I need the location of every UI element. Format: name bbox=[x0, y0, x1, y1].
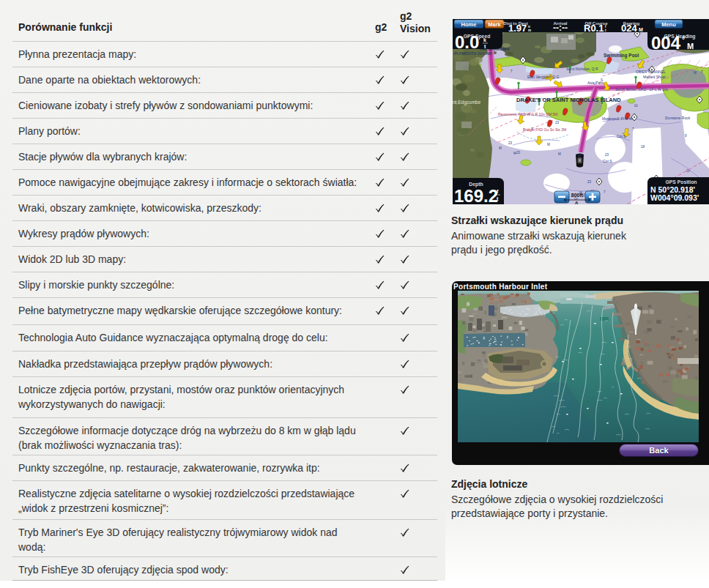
svg-text:m: m bbox=[528, 29, 531, 32]
svg-text:M: M bbox=[513, 152, 516, 155]
svg-text:M: M bbox=[694, 71, 697, 75]
svg-text:Home: Home bbox=[461, 21, 477, 28]
svg-text:Saint Nicholas, Q R: Saint Nicholas, Q R bbox=[566, 67, 598, 71]
svg-text:Gr: Gr bbox=[578, 154, 582, 157]
svg-text:M: M bbox=[558, 152, 561, 156]
svg-text:Metampull, Fl R 4s: Metampull, Fl R 4s bbox=[602, 116, 633, 121]
svg-text:Asia Pass: Asia Pass bbox=[587, 81, 604, 85]
svg-text:1.97: 1.97 bbox=[508, 23, 527, 34]
svg-text:004: 004 bbox=[651, 33, 681, 53]
svg-text:23: 23 bbox=[508, 141, 513, 145]
svg-text:Mark: Mark bbox=[488, 21, 501, 28]
svg-text:°: ° bbox=[682, 36, 685, 44]
svg-text:R0.1: R0.1 bbox=[584, 23, 604, 34]
svg-text:Swimming Pool: Swimming Pool bbox=[604, 53, 639, 59]
svg-text:--:--: --:-- bbox=[553, 23, 568, 33]
svg-text:Gr: Gr bbox=[686, 169, 691, 173]
svg-text:nt Edgcumbe: nt Edgcumbe bbox=[453, 100, 481, 105]
svg-text:Gr: Gr bbox=[634, 104, 639, 108]
svg-text:East Vanguard Q G: East Vanguard Q G bbox=[527, 75, 559, 79]
svg-text:Bridget FXD Gu Sv Sis 3M: Bridget FXD Gu Sv Sis 3M bbox=[523, 127, 566, 132]
svg-text:Dunstone Rock: Dunstone Rock bbox=[665, 116, 691, 120]
svg-text:M: M bbox=[499, 146, 502, 150]
svg-text:23: 23 bbox=[605, 153, 609, 157]
svg-text:23: 23 bbox=[516, 151, 521, 155]
svg-text:Cor.S: Cor.S bbox=[603, 159, 612, 163]
svg-text:k: k bbox=[483, 37, 486, 42]
svg-text:W004°09.093': W004°09.093' bbox=[650, 193, 699, 202]
svg-text:23: 23 bbox=[587, 180, 592, 184]
svg-text:DRAKE'S OR SAINT NICHOLAS ISLA: DRAKE'S OR SAINT NICHOLAS ISLAND bbox=[516, 97, 621, 103]
svg-text:Menu: Menu bbox=[661, 21, 676, 28]
svg-text:GPS Position: GPS Position bbox=[665, 179, 697, 185]
svg-text:800ft: 800ft bbox=[571, 193, 584, 198]
svg-text:Cor.S: Cor.S bbox=[617, 134, 626, 138]
svg-text:169.2: 169.2 bbox=[454, 186, 498, 204]
svg-text:M: M bbox=[639, 27, 643, 32]
svg-text:23: 23 bbox=[555, 121, 560, 124]
svg-text:0.0: 0.0 bbox=[455, 32, 479, 52]
svg-text:Mallard Shoal: Mallard Shoal bbox=[643, 75, 666, 79]
svg-text:Ravenness, FKD W G R 10s QM 5: Ravenness, FKD W G R 10s QM 5M bbox=[498, 112, 557, 116]
svg-text:OBIER CHANNEL: OBIER CHANNEL bbox=[636, 70, 666, 74]
svg-text:A: A bbox=[575, 201, 579, 204]
svg-text:024: 024 bbox=[621, 23, 637, 34]
svg-text:18: 18 bbox=[641, 145, 645, 149]
svg-text:M: M bbox=[547, 143, 550, 146]
svg-text:M: M bbox=[687, 42, 694, 51]
svg-text:South Winter, OKD - LF L W 10s: South Winter, OKD - LF L W 10s bbox=[615, 87, 669, 92]
svg-text:n: n bbox=[528, 25, 530, 29]
